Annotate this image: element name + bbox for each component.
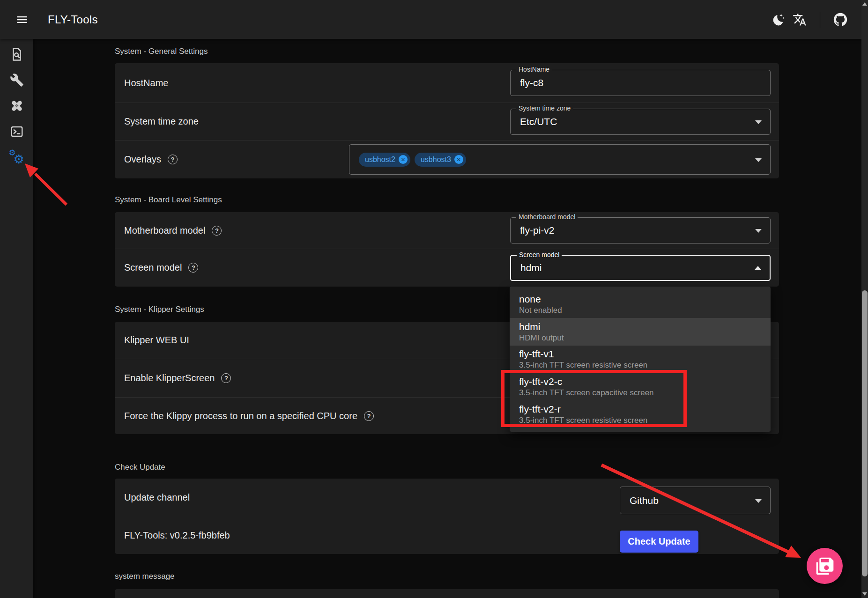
help-icon[interactable]	[168, 155, 178, 164]
option-title: none	[519, 293, 761, 305]
chip-close-icon[interactable]	[399, 155, 408, 164]
timezone-field-label: System time zone	[516, 104, 573, 112]
scrollbar[interactable]	[861, 0, 868, 598]
update-channel-select[interactable]: Github	[620, 487, 771, 514]
chip-close-icon[interactable]	[454, 155, 463, 164]
help-icon[interactable]	[364, 411, 374, 421]
hamburger-icon	[15, 13, 29, 26]
section-header-message: system message	[115, 572, 490, 581]
screen-model-menu: none Not enabled hdmi HDMI output fly-tf…	[510, 287, 771, 432]
sidebar-item-patches[interactable]	[5, 95, 29, 117]
board-settings-card: Motherboard model Motherboard model fly-…	[115, 212, 779, 287]
klipperscreen-label: Enable KlipperScreen	[124, 373, 215, 384]
hostname-field-value: fly-c8	[520, 77, 543, 89]
menu-option-hdmi[interactable]: hdmi HDMI output	[510, 318, 771, 346]
overlay-chip: usbhost3	[415, 153, 466, 167]
check-update-button[interactable]: Check Update	[620, 531, 698, 553]
motherboard-field-label: Motherboard model	[516, 213, 578, 221]
chevron-up-icon	[755, 266, 761, 270]
appbar-divider	[820, 12, 820, 28]
option-subtitle: Not enabled	[519, 305, 761, 315]
timezone-row: System time zone System time zone Etc/UT…	[115, 103, 779, 140]
option-subtitle: HDMI output	[519, 333, 761, 343]
option-title: fly-tft-v1	[519, 348, 761, 360]
app-bar: FLY-Tools	[0, 0, 868, 39]
help-icon[interactable]	[188, 263, 198, 273]
dark-mode-toggle-button[interactable]	[767, 9, 789, 30]
sidebar-item-file-search[interactable]	[5, 43, 29, 66]
screen-model-row: Screen model Screen model hdmi	[115, 249, 779, 286]
overlay-chip: usbhost2	[359, 153, 410, 167]
save-all-icon	[816, 557, 834, 576]
menu-option-fly-tft-v2-r[interactable]: fly-tft-v2-r 3.5-inch TFT screen resisti…	[510, 400, 771, 428]
motherboard-field-value: fly-pi-v2	[520, 225, 555, 236]
menu-hamburger-button[interactable]	[11, 9, 33, 30]
overlays-label: Overlays	[124, 154, 161, 165]
screen-model-select[interactable]: Screen model hdmi	[510, 255, 771, 281]
bandage-icon	[9, 98, 24, 113]
screen-model-field-value: hdmi	[520, 262, 542, 273]
option-subtitle: 3.5-inch TFT screen capacitive screen	[519, 388, 761, 398]
save-fab-button[interactable]	[807, 548, 843, 584]
general-settings-card: HostName HostName fly-c8 System time zon…	[115, 63, 779, 178]
version-label: FLY-Tools: v0.2.5-fb9bfeb	[124, 530, 230, 541]
hostname-field-label: HostName	[516, 66, 552, 73]
wrench-icon	[10, 73, 24, 87]
translate-language-button[interactable]	[789, 9, 810, 30]
update-channel-value: Github	[630, 495, 659, 506]
section-header-update: Check Update	[115, 463, 490, 472]
chevron-down-icon	[755, 158, 762, 162]
system-message-card	[115, 589, 779, 598]
overlays-row: Overlays usbhost2 usbhost3	[115, 140, 779, 178]
check-update-card: Update channel FLY-Tools: v0.2.5-fb9bfeb…	[115, 479, 779, 554]
overlay-chip-label: usbhost2	[365, 155, 395, 164]
moon-icon	[771, 13, 785, 27]
option-subtitle: 3.5-inch TFT screen resistive screen	[519, 415, 761, 425]
chevron-down-icon	[755, 120, 762, 124]
menu-option-fly-tft-v1[interactable]: fly-tft-v1 3.5-inch TFT screen resistive…	[510, 346, 771, 373]
timezone-select[interactable]: System time zone Etc/UTC	[510, 109, 771, 135]
overlay-chip-label: usbhost3	[421, 155, 451, 164]
menu-option-none[interactable]: none Not enabled	[510, 290, 771, 318]
overlays-select[interactable]: usbhost2 usbhost3	[349, 144, 771, 175]
scroll-up-arrow-icon[interactable]	[862, 2, 867, 6]
sidebar-item-tools[interactable]	[5, 69, 29, 91]
page-title: FLY-Tools	[48, 13, 98, 26]
option-title: fly-tft-v2-c	[519, 376, 761, 388]
screen-model-field-label: Screen model	[517, 251, 562, 258]
sidebar-item-system-settings[interactable]: ⚙⚙	[5, 146, 29, 169]
scrollbar-thumb[interactable]	[862, 290, 868, 576]
motherboard-select[interactable]: Motherboard model fly-pi-v2	[510, 217, 771, 244]
github-link-button[interactable]	[830, 9, 851, 30]
sidebar-item-terminal[interactable]	[5, 120, 29, 143]
help-icon[interactable]	[221, 373, 231, 383]
option-title: fly-tft-v2-r	[519, 403, 761, 415]
motherboard-row: Motherboard model Motherboard model fly-…	[115, 212, 779, 249]
option-title: hdmi	[519, 321, 761, 333]
klippy-cpu-label: Force the Klippy process to run on a spe…	[124, 411, 357, 421]
gears-icon: ⚙⚙	[8, 149, 25, 166]
app-window: FLY-Tools	[0, 0, 868, 598]
menu-option-fly-tft-v2-c[interactable]: fly-tft-v2-c 3.5-inch TFT screen capacit…	[510, 373, 771, 400]
file-search-icon	[10, 47, 24, 61]
update-channel-label: Update channel	[124, 492, 190, 503]
option-subtitle: 3.5-inch TFT screen resistive screen	[519, 360, 761, 370]
screen-model-label: Screen model	[124, 262, 182, 273]
hostname-input[interactable]: HostName fly-c8	[510, 70, 771, 96]
klipper-webui-label: Klipper WEB UI	[124, 335, 189, 346]
help-icon[interactable]	[212, 226, 222, 236]
section-header-klipper: System - Klipper Settings	[115, 305, 490, 314]
hostname-row: HostName HostName fly-c8	[115, 63, 779, 103]
section-header-general: System - General Settings	[115, 47, 490, 56]
section-header-board: System - Board Level Settings	[115, 195, 490, 205]
chevron-down-icon	[755, 499, 762, 503]
scroll-down-arrow-icon[interactable]	[862, 592, 867, 596]
timezone-label: System time zone	[124, 116, 199, 127]
motherboard-label: Motherboard model	[124, 225, 205, 236]
sidebar-nav: ⚙⚙	[0, 39, 33, 598]
hostname-label: HostName	[124, 78, 168, 89]
github-icon	[832, 12, 848, 28]
timezone-field-value: Etc/UTC	[520, 116, 557, 127]
terminal-icon	[10, 125, 24, 139]
chevron-down-icon	[755, 229, 762, 233]
